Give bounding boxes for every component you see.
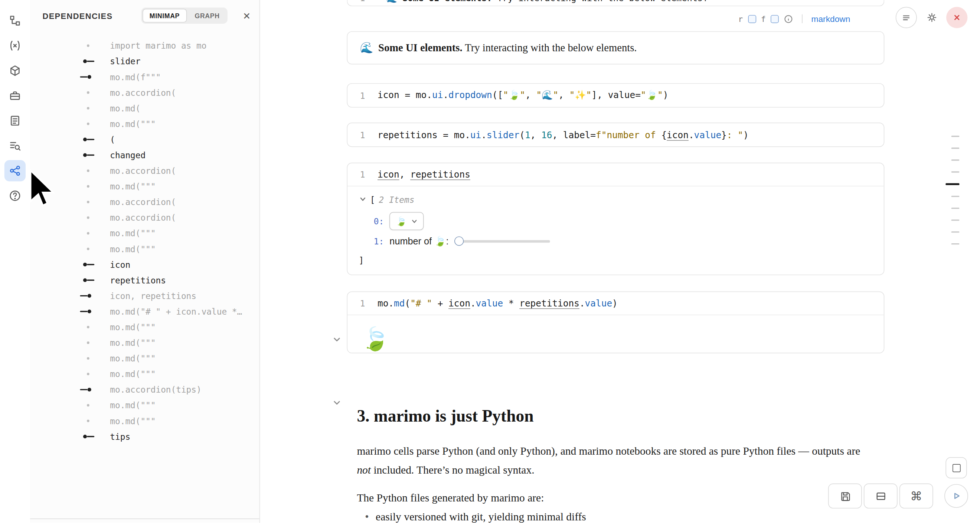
dependency-item[interactable]: mo.md(""" xyxy=(30,319,259,335)
slider-knob[interactable] xyxy=(454,236,464,246)
dependency-item[interactable]: mo.md(""" xyxy=(30,178,259,194)
dependency-item[interactable]: icon xyxy=(30,256,259,272)
cell-marker[interactable] xyxy=(951,207,959,208)
dependency-item[interactable]: mo.md(""" xyxy=(30,241,259,256)
cell-navigation-minimap xyxy=(941,0,959,263)
cell-marker[interactable] xyxy=(951,160,959,161)
chevron-down-icon xyxy=(411,218,417,224)
dependency-label: mo.md(""" xyxy=(110,400,156,410)
cell-marker[interactable] xyxy=(951,219,959,220)
reactive-checkbox[interactable] xyxy=(748,15,756,23)
dependency-label: ( xyxy=(110,134,115,144)
notebook-menu-button[interactable] xyxy=(896,7,917,28)
sidebar-item-code-snippets[interactable] xyxy=(5,35,25,56)
code-editor[interactable]: 1 mo.md("# " + icon.value * repetitions.… xyxy=(347,292,884,315)
icon-dropdown[interactable]: 🍃 xyxy=(390,212,423,230)
cell-dot-icon xyxy=(80,38,98,53)
clipped-markdown-cell[interactable]: 1 🌊 Some UI elements. Try interacting wi… xyxy=(347,0,884,6)
file-tree-icon xyxy=(9,14,22,27)
repetitions-slider[interactable] xyxy=(454,236,550,247)
dependency-item[interactable]: mo.md("# " + icon.value *… xyxy=(30,303,259,319)
section-paragraph-2: The Python files generated by marimo are… xyxy=(357,491,867,504)
dependency-item[interactable]: mo.accordion( xyxy=(30,85,259,100)
dependency-label: mo.md( xyxy=(110,103,140,113)
keyboard-shortcuts-button[interactable]: ⌘ xyxy=(899,483,933,508)
toolbar-divider xyxy=(802,14,803,23)
run-button[interactable] xyxy=(944,484,968,508)
dependency-item[interactable]: mo.md(""" xyxy=(30,225,259,241)
cell-marker[interactable] xyxy=(945,183,959,185)
sidebar-item-file-tree[interactable] xyxy=(5,10,25,31)
dependency-item[interactable]: mo.md(""" xyxy=(30,366,259,381)
cell-marker[interactable] xyxy=(951,231,959,233)
sidebar-item-scratchpad[interactable] xyxy=(5,110,25,131)
layout-button[interactable] xyxy=(864,483,897,508)
dependency-item[interactable]: repetitions xyxy=(30,272,259,287)
dataflow-marker-icon xyxy=(80,381,98,397)
cell-marker[interactable] xyxy=(951,148,959,149)
dependency-item[interactable]: mo.md(""" xyxy=(30,115,259,131)
sidebar-item-packages[interactable] xyxy=(5,60,25,81)
panel-toggle-button[interactable] xyxy=(945,457,967,478)
dependency-item[interactable]: mo.accordion( xyxy=(30,209,259,225)
clipped-markdown-text: 1 🌊 Some UI elements. Try interacting wi… xyxy=(360,0,708,3)
dependency-label: mo.md(""" xyxy=(110,181,156,191)
dependency-item[interactable]: mo.md( xyxy=(30,100,259,115)
sidebar-item-logs[interactable] xyxy=(5,135,25,156)
tab-graph[interactable]: GRAPH xyxy=(188,9,226,23)
dependency-item[interactable]: tips xyxy=(30,428,259,444)
dependency-label: mo.accordion( xyxy=(110,87,176,97)
dependency-item[interactable]: mo.md(f""" xyxy=(30,69,259,85)
format-checkbox[interactable] xyxy=(771,15,779,23)
cell-marker[interactable] xyxy=(951,243,959,244)
tab-minimap[interactable]: MINIMAP xyxy=(143,9,186,23)
dependency-label: mo.md("# " + icon.value *… xyxy=(110,306,242,316)
dependencies-panel: DEPENDENCIES MINIMAP GRAPH ✕ import mari… xyxy=(30,0,260,523)
sidebar-item-help[interactable] xyxy=(5,185,25,206)
dependency-label: mo.md(""" xyxy=(110,416,156,426)
dependency-item[interactable]: ( xyxy=(30,131,259,147)
settings-button[interactable] xyxy=(921,7,942,28)
dataflow-marker-icon xyxy=(80,287,98,303)
dependency-label: mo.md(""" xyxy=(110,244,156,254)
save-button[interactable] xyxy=(828,483,862,508)
code-editor[interactable]: 1 icon = mo.ui.dropdown(["🍃", "🌊", "✨"],… xyxy=(347,84,884,107)
format-label: f xyxy=(761,14,766,23)
dependency-item[interactable]: mo.md(""" xyxy=(30,413,259,428)
cell-marker[interactable] xyxy=(951,172,959,173)
dependency-item[interactable]: slider xyxy=(30,53,259,69)
line-number: 1 xyxy=(360,298,369,308)
code-editor[interactable]: 1 icon, repetitions xyxy=(347,163,884,186)
cell-marker[interactable] xyxy=(951,195,959,196)
dependency-item[interactable]: mo.accordion(tips) xyxy=(30,381,259,397)
dependency-item[interactable]: import marimo as mo xyxy=(30,38,259,53)
code-cell-slider: 1 repetitions = mo.ui.slider(1, 16, labe… xyxy=(347,123,884,147)
cell-marker[interactable] xyxy=(951,136,959,137)
dependency-label: icon xyxy=(110,259,130,269)
chevron-down-icon[interactable] xyxy=(360,195,366,205)
dependency-item[interactable]: mo.accordion( xyxy=(30,194,259,209)
italic-not: not xyxy=(357,463,371,476)
cell-dot-icon xyxy=(80,225,98,241)
code-line: mo.md("# " + icon.value * repetitions.va… xyxy=(377,298,618,308)
markdown-link[interactable]: markdown xyxy=(811,14,850,23)
dependency-item[interactable]: mo.md(""" xyxy=(30,335,259,350)
dependency-list: import marimo as moslidermo.md(f"""mo.ac… xyxy=(30,38,259,444)
slider-track[interactable] xyxy=(458,240,550,243)
cell-dot-icon xyxy=(80,178,98,194)
dependency-item[interactable]: changed xyxy=(30,147,259,163)
dependency-label: mo.accordion( xyxy=(110,165,176,175)
collapse-chevron-icon[interactable] xyxy=(332,335,342,344)
cell-dot-icon xyxy=(80,85,98,100)
dependency-item[interactable]: mo.md(""" xyxy=(30,397,259,413)
sidebar-item-toolbox[interactable] xyxy=(5,85,25,106)
dependency-item[interactable]: mo.accordion( xyxy=(30,163,259,178)
dependency-item[interactable]: icon, repetitions xyxy=(30,287,259,303)
close-panel-icon[interactable]: ✕ xyxy=(243,11,251,20)
code-editor[interactable]: 1 repetitions = mo.ui.slider(1, 16, labe… xyxy=(347,123,884,146)
info-icon[interactable] xyxy=(784,14,793,23)
collapse-chevron-icon[interactable] xyxy=(332,398,342,407)
dependency-item[interactable]: mo.md(""" xyxy=(30,350,259,366)
section-paragraph: marimo cells parse Python (and only Pyth… xyxy=(357,441,867,479)
sidebar-item-dependency-graph[interactable] xyxy=(5,160,25,181)
